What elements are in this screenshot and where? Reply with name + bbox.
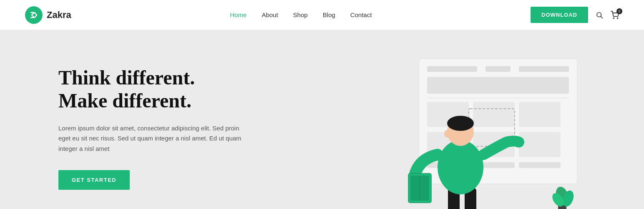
illustration-svg: [335, 50, 594, 209]
svg-rect-7: [519, 66, 569, 72]
svg-point-24: [438, 140, 483, 194]
nav-right: DOWNLOAD 0: [531, 7, 619, 23]
svg-rect-12: [519, 102, 561, 127]
svg-point-29: [447, 116, 474, 131]
get-started-button[interactable]: GET STARTED: [58, 170, 130, 190]
hero-title: Think different. Make different.: [58, 66, 275, 112]
logo[interactable]: Zakra: [25, 6, 71, 24]
svg-point-30: [444, 130, 450, 138]
header: Zakra Home About Shop Blog Contact DOWNL…: [0, 0, 644, 30]
svg-rect-15: [519, 132, 561, 157]
nav-home[interactable]: Home: [230, 11, 247, 18]
svg-point-2: [614, 18, 614, 18]
hero-description: Lorem ipsum dolor sit amet, consectetur …: [58, 123, 242, 154]
cart-icon[interactable]: 0: [611, 11, 619, 19]
nav-about[interactable]: About: [262, 11, 278, 18]
cart-badge: 0: [616, 8, 622, 14]
download-button[interactable]: DOWNLOAD: [531, 7, 588, 23]
logo-icon: [25, 6, 43, 24]
svg-point-3: [617, 18, 618, 18]
nav-blog[interactable]: Blog: [323, 11, 335, 18]
nav-contact[interactable]: Contact: [350, 11, 372, 18]
hero-content: Think different. Make different. Lorem i…: [58, 58, 275, 209]
svg-rect-17: [519, 162, 561, 168]
nav-shop[interactable]: Shop: [293, 11, 308, 18]
hero-section: Think different. Make different. Lorem i…: [0, 30, 644, 209]
svg-rect-5: [427, 66, 477, 72]
hero-illustration: [275, 47, 619, 209]
logo-text: Zakra: [47, 10, 71, 20]
search-icon[interactable]: [596, 11, 603, 19]
svg-rect-9: [427, 98, 569, 98]
svg-rect-6: [486, 66, 511, 72]
svg-rect-8: [427, 77, 569, 94]
main-nav: Home About Shop Blog Contact: [230, 11, 372, 18]
hero-title-line1: Think different.: [58, 66, 195, 89]
svg-rect-11: [473, 102, 515, 127]
hero-title-line2: Make different.: [58, 89, 191, 112]
svg-line-1: [601, 16, 602, 18]
